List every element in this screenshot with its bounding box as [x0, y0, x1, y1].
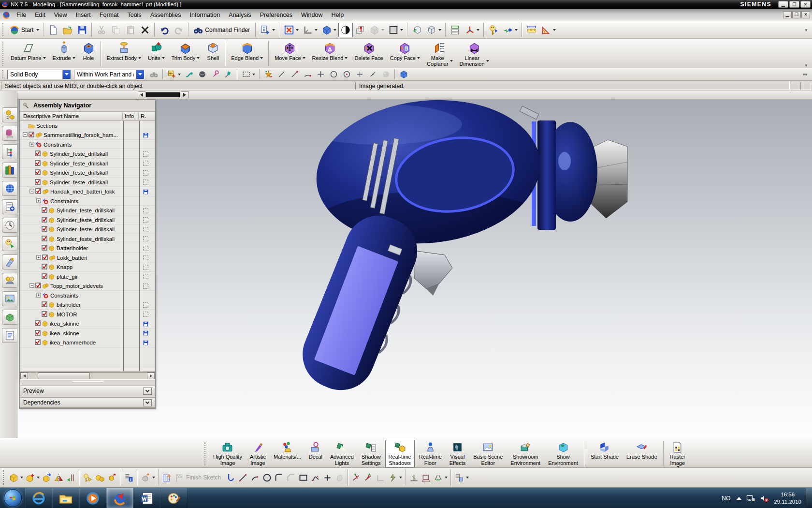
snap-slash-button[interactable] — [366, 68, 379, 81]
tree-item[interactable]: ikea_hammerhode — [20, 338, 155, 348]
windows-explorer-taskbar-button[interactable] — [52, 488, 79, 508]
menu-assemblies[interactable]: Assemblies — [146, 10, 186, 20]
component-checkbox[interactable] — [42, 264, 47, 270]
menu-edit[interactable]: Edit — [30, 10, 50, 20]
roles-tab[interactable] — [2, 273, 17, 288]
pin-cube-button[interactable] — [353, 23, 367, 37]
tree-item[interactable]: bitsholder — [20, 300, 155, 310]
word-taskbar-button[interactable] — [133, 488, 160, 508]
start-button[interactable] — [0, 488, 25, 508]
toolbar-drag-handle[interactable] — [204, 442, 208, 465]
dropdown-arrow-icon[interactable] — [315, 29, 318, 31]
basic-scene-editor-button[interactable]: Basic SceneEditor — [470, 440, 506, 468]
tree-expander-plus[interactable] — [36, 255, 41, 261]
panel-collapse-right-button[interactable] — [181, 91, 188, 98]
tree-item[interactable]: Sylinder_feste_drillskall — [20, 206, 155, 216]
mdi-close-button[interactable]: ✕ — [801, 11, 810, 18]
tree-item[interactable]: Constraints — [20, 196, 155, 206]
tree-item[interactable]: MOTOR — [20, 310, 155, 319]
dropdown-arrow-icon[interactable] — [466, 477, 469, 478]
component-checkbox[interactable] — [35, 339, 41, 346]
snap-line-button[interactable] — [275, 68, 288, 81]
snap-line-end-button[interactable] — [288, 68, 301, 81]
magenta-pick-button[interactable] — [209, 68, 222, 81]
sketch-new-button[interactable] — [161, 472, 173, 484]
menu-analysis[interactable]: Analysis — [224, 10, 256, 20]
component-checkbox[interactable] — [35, 150, 41, 157]
component-checkbox[interactable] — [35, 169, 41, 176]
internet-explorer-taskbar-button[interactable] — [25, 488, 52, 508]
dashed-rect-button[interactable] — [240, 68, 257, 81]
layout-squares-button[interactable] — [453, 472, 470, 484]
cube-blue-button[interactable] — [397, 68, 410, 81]
pushpin-icon[interactable] — [22, 102, 29, 109]
menu-information[interactable]: Information — [186, 10, 225, 20]
tree-expander-minus[interactable] — [23, 132, 28, 138]
extrude-button[interactable]: Extrude — [49, 40, 79, 68]
visual-effects-button[interactable]: VisualEffects — [446, 440, 469, 468]
auto-dimension-button[interactable] — [420, 472, 432, 484]
component-checkbox[interactable] — [42, 207, 47, 214]
component-checkbox[interactable] — [35, 160, 41, 167]
tree-item[interactable]: Sylinder_feste_drillskall — [20, 149, 155, 159]
assembly-cubes-button[interactable] — [94, 472, 106, 484]
tree-item[interactable]: Constraints — [20, 291, 155, 300]
toolbar-overflow-icon[interactable]: ▾ — [805, 63, 807, 68]
part-navigator-tab[interactable] — [2, 144, 17, 159]
snap-crosshair-button[interactable] — [165, 68, 183, 81]
component-checkbox[interactable] — [35, 179, 41, 186]
toolbar-drag-handle[interactable] — [3, 470, 6, 485]
toolbar-overflow-icon[interactable]: ▾ — [805, 28, 807, 32]
tree-item[interactable]: Sylinder_feste_drillskall — [20, 215, 155, 225]
dropdown-arrow-icon[interactable] — [450, 60, 453, 62]
sketch-circle-button[interactable] — [261, 472, 273, 484]
datum-plane-button[interactable]: Datum Plane — [7, 40, 49, 68]
redo-button[interactable] — [172, 23, 186, 37]
face-cube-button[interactable] — [424, 23, 443, 37]
extract-body-button[interactable]: Extract Body — [103, 40, 145, 68]
dropdown-arrow-icon[interactable] — [438, 29, 441, 31]
type-filter-select[interactable]: Solid Body — [7, 70, 71, 79]
scroll-track[interactable] — [28, 373, 147, 379]
resize-blend-button[interactable]: Resize Blend — [309, 40, 351, 68]
sketch-rectangle-button[interactable] — [297, 472, 309, 484]
dropdown-arrow-icon[interactable] — [303, 57, 305, 59]
real-time-floor-button[interactable]: Real-timeFloor — [416, 440, 445, 468]
tree-item[interactable]: Sylinder_feste_drillskall — [20, 225, 155, 235]
tree-expander-minus[interactable] — [29, 283, 34, 289]
column-r[interactable]: R. — [138, 113, 155, 119]
constraint-navigator-tab[interactable] — [2, 126, 17, 141]
scope-filter-select[interactable]: Within Work Part and ( — [74, 70, 145, 79]
tree-item[interactable]: Sammenstilling_forsok_ham... — [20, 131, 155, 140]
paste-button[interactable] — [123, 23, 138, 37]
snap-circle-button[interactable] — [327, 68, 340, 81]
tree-item[interactable]: Sylinder_feste_drillskall — [20, 168, 155, 178]
show-desktop-button[interactable] — [806, 488, 812, 508]
binoculars-button[interactable] — [147, 68, 160, 81]
tray-expand-icon[interactable] — [737, 497, 741, 500]
face-arrow-cube-button[interactable] — [410, 23, 424, 37]
component-checkbox[interactable] — [42, 217, 47, 224]
exploded-view-button[interactable] — [140, 472, 156, 484]
profile-button[interactable] — [225, 472, 237, 484]
process-studio-tab[interactable] — [2, 236, 17, 251]
cut-button[interactable] — [94, 23, 109, 37]
component-checkbox[interactable] — [35, 330, 41, 337]
linear-dimension-button[interactable]: LinearDimension — [456, 40, 493, 68]
interpart-link-button[interactable] — [106, 472, 118, 484]
system-materials-tab[interactable] — [2, 310, 17, 325]
quick-trim-button[interactable] — [350, 472, 362, 484]
volume-muted-icon[interactable] — [760, 493, 769, 503]
tree-item[interactable]: ikea_skinne — [20, 329, 155, 338]
dropdown-arrow-icon[interactable] — [43, 57, 46, 59]
delete-face-button[interactable]: Delete Face — [351, 40, 386, 68]
snap-midpoint-button[interactable] — [314, 68, 327, 81]
make-coplanar-button[interactable]: MakeCoplanar — [423, 40, 456, 68]
tree-item[interactable]: plate_gir — [20, 272, 155, 282]
maximize-button[interactable]: ❐ — [789, 1, 799, 8]
menu-tools[interactable]: Tools — [123, 10, 145, 20]
menu-format[interactable]: Format — [95, 10, 123, 20]
dropdown-arrow-icon[interactable] — [417, 57, 420, 59]
toolbar-drag-handle[interactable] — [2, 70, 6, 78]
sketch-shape-button[interactable] — [334, 472, 346, 484]
